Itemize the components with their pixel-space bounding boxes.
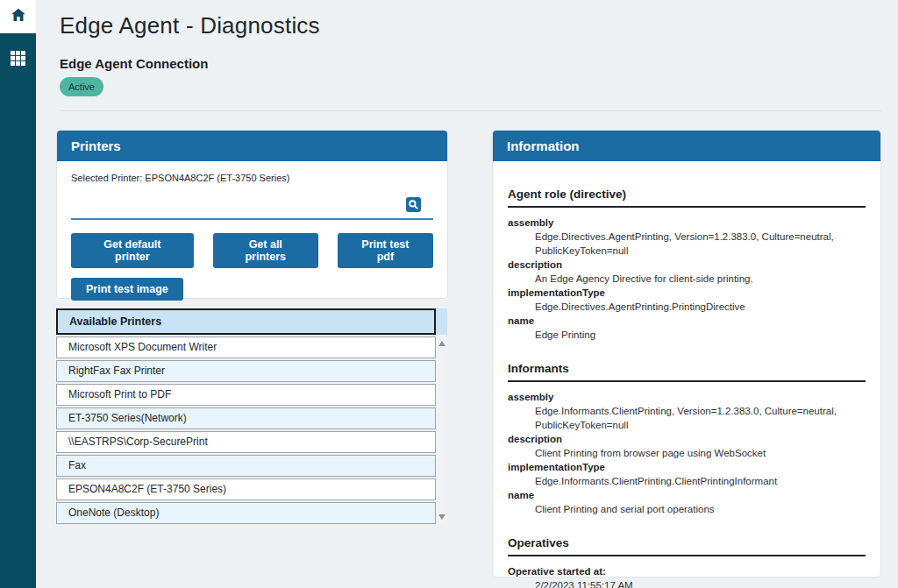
- printer-list-item[interactable]: Microsoft Print to PDF: [56, 384, 436, 406]
- available-printers-body: Microsoft XPS Document Writer RightFax F…: [56, 337, 447, 526]
- info-value: Edge.Directives.AgentPrinting.PrintingDi…: [535, 300, 866, 314]
- info-value: Edge.Informants.ClientPrinting.ClientPri…: [535, 474, 866, 488]
- info-section-agent-role: Agent role (directive) assembly Edge.Dir…: [508, 188, 866, 342]
- scroll-down-icon[interactable]: [438, 514, 445, 520]
- info-term: implementationType: [508, 460, 866, 474]
- selected-printer-label: Selected Printer: EPSON4A8C2F (ET-3750 S…: [71, 173, 433, 183]
- printer-list-item[interactable]: ET-3750 Series(Network): [56, 407, 436, 429]
- status-badge: Active: [60, 77, 103, 96]
- printer-list-item[interactable]: RightFax Fax Printer: [56, 360, 436, 382]
- info-value: 2/2/2023 11:55:17 AM: [535, 578, 866, 588]
- printer-search-input[interactable]: [71, 192, 409, 213]
- sidebar: [0, 0, 36, 588]
- info-value: Client Printing and serial port operatio…: [535, 502, 866, 516]
- print-test-pdf-button[interactable]: Print test pdf: [338, 233, 433, 268]
- available-printers-header-row: Available Printers: [56, 308, 447, 335]
- info-value: Client Printing from browser page using …: [535, 446, 866, 460]
- information-panel: Information Agent role (directive) assem…: [492, 130, 881, 577]
- search-icon: [408, 199, 419, 210]
- information-panel-body: Agent role (directive) assembly Edge.Dir…: [493, 161, 880, 588]
- printers-panel: Printers Selected Printer: EPSON4A8C2F (…: [56, 130, 448, 299]
- printers-panel-body: Selected Printer: EPSON4A8C2F (ET-3750 S…: [57, 161, 447, 301]
- printers-panel-title: Printers: [57, 131, 447, 161]
- info-section-operatives: Operatives Operative started at: 2/2/202…: [508, 536, 866, 588]
- printer-list-item[interactable]: OneNote (Desktop): [56, 502, 436, 524]
- apps-grid-icon: [11, 51, 25, 66]
- info-section-informants: Informants assembly Edge.Informants.Clie…: [508, 362, 866, 516]
- info-term: name: [508, 314, 866, 328]
- get-all-printers-button[interactable]: Get all printers: [213, 233, 318, 268]
- info-term: assembly: [508, 216, 866, 230]
- connection-label: Edge Agent Connection: [60, 56, 208, 71]
- printer-list-item[interactable]: Microsoft XPS Document Writer: [56, 337, 436, 358]
- available-printers-header-corner: [436, 308, 447, 335]
- info-value: An Edge Agency Directive for client-side…: [535, 272, 866, 286]
- info-term: description: [508, 258, 866, 272]
- info-term: implementationType: [508, 286, 866, 300]
- info-term: assembly: [508, 390, 866, 404]
- printer-actions-row-2: Print test image: [71, 278, 433, 301]
- printer-list-item[interactable]: \\EASTRPS\Corp-SecurePrint: [56, 431, 436, 453]
- available-printers-table: Available Printers Microsoft XPS Documen…: [56, 308, 447, 526]
- sidebar-item-home[interactable]: [0, 0, 36, 33]
- scroll-up-icon[interactable]: [438, 341, 445, 346]
- info-value: Edge Printing: [535, 328, 866, 342]
- print-test-image-button[interactable]: Print test image: [71, 278, 183, 301]
- info-value: Edge.Directives.AgentPrinting, Version=1…: [535, 230, 866, 258]
- home-icon: [10, 6, 27, 27]
- section-heading: Agent role (directive): [508, 188, 866, 208]
- divider: [60, 110, 881, 111]
- printer-list-item[interactable]: EPSON4A8C2F (ET-3750 Series): [56, 478, 436, 500]
- available-printers-rows: Microsoft XPS Document Writer RightFax F…: [56, 337, 436, 526]
- info-term: description: [508, 432, 866, 446]
- printer-search-button[interactable]: [406, 197, 421, 212]
- info-term: name: [508, 488, 866, 502]
- information-panel-title: Information: [493, 131, 880, 161]
- printer-actions-row-1: Get default printer Get all printers Pri…: [71, 233, 433, 268]
- printer-search-row: [71, 185, 433, 220]
- sidebar-item-apps[interactable]: [0, 41, 36, 74]
- section-heading: Informants: [508, 362, 866, 382]
- section-heading: Operatives: [508, 536, 866, 556]
- get-default-printer-button[interactable]: Get default printer: [71, 233, 194, 268]
- printer-list-scrollbar[interactable]: [436, 337, 447, 524]
- available-printers-header: Available Printers: [56, 308, 436, 335]
- info-term: Operative started at:: [508, 564, 866, 578]
- page-title: Edge Agent - Diagnostics: [60, 12, 320, 39]
- info-value: Edge.Informants.ClientPrinting, Version=…: [535, 404, 866, 432]
- printer-list-item[interactable]: Fax: [56, 455, 436, 477]
